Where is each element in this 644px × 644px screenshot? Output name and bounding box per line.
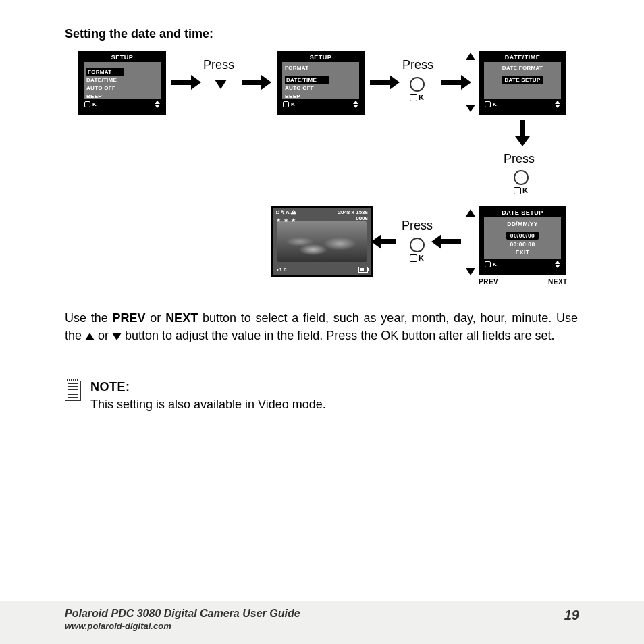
screen-body: DD/MM/YY 00/00/00 00:00:00 EXIT bbox=[484, 217, 561, 259]
next-label: NEXT bbox=[548, 278, 568, 286]
arrow-left-icon bbox=[441, 239, 461, 244]
press-label: Press bbox=[402, 58, 433, 72]
date-line-selected: 00/00/00 bbox=[506, 232, 539, 240]
screen-body: FORMAT DATE/TIME AUTO OFF BEEP bbox=[84, 62, 161, 99]
screen-setup-2: SETUP FORMAT DATE/TIME AUTO OFF BEEP K bbox=[277, 51, 365, 115]
screen-body: FORMAT DATE/TIME AUTO OFF BEEP bbox=[282, 62, 359, 99]
screen-setup-1: SETUP FORMAT DATE/TIME AUTO OFF BEEP K bbox=[78, 51, 166, 115]
updown-icon bbox=[353, 101, 358, 108]
stars-icon: ★ ★ ★ bbox=[276, 217, 296, 223]
footer-title: Polaroid PDC 3080 Digital Camera User Gu… bbox=[65, 608, 579, 620]
up-triangle-icon bbox=[85, 333, 95, 340]
page-number: 19 bbox=[564, 608, 579, 623]
screen-datetime: DATE/TIME DATE FORMAT DATE SETUP K bbox=[479, 51, 566, 115]
note-label: NOTE: bbox=[90, 378, 326, 396]
arrow-left-icon bbox=[381, 239, 396, 244]
arrow-right-icon bbox=[242, 80, 262, 85]
screen-preview: ◘ ↯A ⛰ 2048 x 1536 0006 ★ ★ ★ x1.0 bbox=[271, 206, 373, 277]
note-text: NOTE: This setting is also available in … bbox=[90, 378, 326, 413]
footer-url: www.polaroid-digital.com bbox=[65, 621, 579, 631]
page-footer: Polaroid PDC 3080 Digital Camera User Gu… bbox=[0, 601, 644, 644]
arrow-right-icon bbox=[441, 80, 462, 85]
screen-datesetup: DATE SETUP DD/MM/YY 00/00/00 00:00:00 EX… bbox=[479, 206, 566, 275]
date-line: DD/MM/YY bbox=[484, 220, 561, 228]
arrow-right-icon bbox=[370, 80, 390, 85]
screen-header: SETUP bbox=[279, 53, 363, 62]
menu-item: FORMAT bbox=[285, 64, 356, 72]
screen-header: DATE/TIME bbox=[481, 53, 564, 62]
menu-item: FORMAT bbox=[86, 68, 124, 76]
menu-item: DATE SETUP bbox=[502, 76, 543, 84]
down-triangle-icon bbox=[112, 333, 122, 340]
next-word: NEXT bbox=[165, 311, 198, 325]
ok-button-icon: K bbox=[410, 236, 425, 262]
screen-footer: K bbox=[481, 99, 564, 108]
menu-item: AUTO OFF bbox=[86, 84, 158, 92]
side-updown-icon bbox=[466, 53, 475, 112]
arrow-down-icon bbox=[520, 120, 525, 137]
ok-button-icon: K bbox=[514, 169, 529, 194]
note-body: This setting is also available in Video … bbox=[90, 396, 326, 413]
press-label: Press bbox=[402, 219, 433, 233]
ok-icon: K bbox=[84, 101, 97, 107]
date-line: EXIT bbox=[484, 248, 561, 257]
date-line: 00:00:00 bbox=[484, 240, 561, 248]
flow-diagram: SETUP FORMAT DATE/TIME AUTO OFF BEEP K P… bbox=[65, 47, 585, 297]
screen-body: DATE FORMAT DATE SETUP bbox=[484, 62, 561, 99]
press-label: Press bbox=[504, 152, 535, 166]
count-label: 0006 bbox=[356, 215, 368, 221]
instructions-text: Use the PREV or NEXT button to select a … bbox=[65, 309, 578, 344]
section-title: Setting the date and time: bbox=[65, 27, 213, 41]
ok-icon: K bbox=[283, 101, 296, 107]
screen-header: DATE SETUP bbox=[481, 208, 564, 217]
preview-image bbox=[277, 221, 367, 262]
zoom-label: x1.0 bbox=[276, 267, 287, 273]
prev-label: PREV bbox=[479, 278, 498, 286]
screen-footer: K bbox=[481, 259, 564, 268]
ok-button-icon: K bbox=[410, 76, 425, 101]
menu-item: AUTO OFF bbox=[285, 84, 356, 92]
note-block: NOTE: This setting is also available in … bbox=[65, 378, 326, 413]
menu-item: DATE FORMAT bbox=[487, 64, 558, 72]
updown-icon bbox=[555, 261, 560, 268]
resolution-label: 2048 x 1536 bbox=[338, 209, 369, 215]
battery-icon bbox=[358, 267, 368, 273]
prev-word: PREV bbox=[113, 311, 146, 325]
updown-icon bbox=[555, 101, 560, 108]
side-updown-icon bbox=[466, 209, 475, 275]
ok-icon: K bbox=[485, 261, 498, 267]
menu-item: DATE/TIME bbox=[285, 76, 329, 84]
screen-header: SETUP bbox=[80, 53, 164, 62]
arrow-right-icon bbox=[171, 80, 192, 85]
ok-icon: K bbox=[485, 101, 498, 107]
down-button-icon bbox=[215, 80, 227, 89]
notepad-icon bbox=[65, 381, 81, 401]
updown-icon bbox=[155, 101, 160, 108]
preview-bottom-row: x1.0 bbox=[276, 267, 368, 273]
menu-item: DATE/TIME bbox=[86, 76, 158, 84]
press-label: Press bbox=[203, 58, 234, 72]
